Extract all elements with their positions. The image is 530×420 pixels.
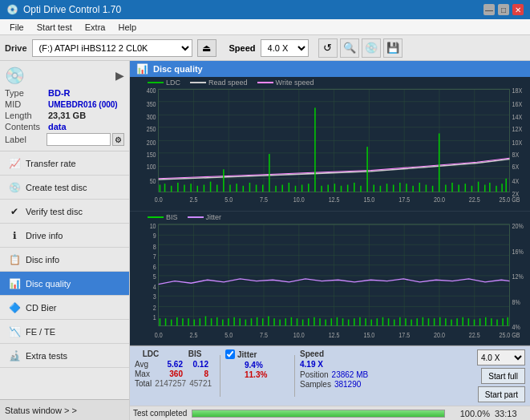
svg-rect-187 bbox=[491, 318, 492, 325]
start-full-button[interactable]: Start full bbox=[481, 368, 525, 384]
length-value: 23,31 GB bbox=[48, 111, 86, 120]
titlebar-controls: — □ ✕ bbox=[483, 4, 524, 15]
menu-extra[interactable]: Extra bbox=[79, 21, 112, 34]
menu-start-test[interactable]: Start test bbox=[30, 21, 79, 34]
svg-rect-182 bbox=[462, 317, 463, 325]
sidebar-menu: 📈 Transfer rate 💿 Create test disc ✔ Ver… bbox=[0, 151, 129, 399]
mid-label: MID bbox=[5, 99, 48, 109]
svg-rect-154 bbox=[302, 319, 304, 325]
svg-rect-131 bbox=[171, 319, 172, 325]
svg-rect-151 bbox=[285, 318, 286, 325]
disc-icon: 💿 bbox=[5, 66, 25, 85]
svg-rect-170 bbox=[394, 319, 395, 325]
menu-file[interactable]: File bbox=[3, 21, 30, 34]
sidebar-label-extra-tests: Extra tests bbox=[26, 351, 67, 361]
app-title: Opti Drive Control 1.70 bbox=[23, 4, 121, 15]
svg-rect-138 bbox=[211, 318, 212, 325]
svg-rect-49 bbox=[334, 184, 336, 192]
svg-text:22.5: 22.5 bbox=[469, 196, 480, 204]
sidebar-item-disc-info[interactable]: 📋 Disc info bbox=[0, 248, 129, 272]
sidebar-item-verify-test-disc[interactable]: ✔ Verify test disc bbox=[0, 200, 129, 224]
svg-text:2.5: 2.5 bbox=[189, 196, 197, 204]
sidebar-label-drive-info: Drive info bbox=[26, 231, 63, 240]
sidebar-item-cd-bier[interactable]: 🔷 CD Bier bbox=[0, 296, 129, 320]
svg-rect-186 bbox=[485, 317, 487, 325]
svg-rect-166 bbox=[370, 319, 372, 325]
sidebar-item-fe-te[interactable]: 📉 FE / TE bbox=[0, 320, 129, 344]
svg-rect-70 bbox=[471, 186, 473, 192]
svg-text:350: 350 bbox=[147, 100, 156, 108]
speed-select-stats[interactable]: 4.0 X bbox=[477, 349, 525, 365]
svg-text:5.0: 5.0 bbox=[225, 196, 233, 204]
svg-rect-155 bbox=[308, 318, 310, 325]
svg-rect-24 bbox=[171, 186, 172, 192]
start-part-button[interactable]: Start part bbox=[478, 386, 525, 402]
svg-text:5.0: 5.0 bbox=[225, 330, 233, 339]
svg-text:12X: 12X bbox=[512, 125, 523, 133]
scan-button[interactable]: 🔍 bbox=[340, 38, 359, 58]
disc-info-icon: 📋 bbox=[8, 253, 21, 266]
svg-rect-143 bbox=[239, 318, 241, 325]
svg-rect-53 bbox=[360, 186, 362, 192]
svg-text:17.5: 17.5 bbox=[399, 330, 410, 339]
refresh-button[interactable]: ↺ bbox=[318, 38, 338, 58]
speed-select[interactable]: 4.0 X bbox=[261, 39, 309, 57]
svg-rect-30 bbox=[210, 182, 212, 192]
progress-percent: 100.0% bbox=[450, 409, 490, 418]
svg-rect-47 bbox=[321, 186, 322, 192]
svg-rect-145 bbox=[251, 318, 253, 325]
samples-value: 381290 bbox=[334, 380, 361, 389]
svg-text:250: 250 bbox=[147, 125, 156, 133]
close-button[interactable]: ✕ bbox=[512, 4, 524, 15]
avg-ldc: 5.62 bbox=[154, 360, 183, 369]
svg-rect-39 bbox=[269, 154, 270, 192]
chart2-container: BIS Jitter bbox=[130, 212, 530, 346]
svg-text:7: 7 bbox=[153, 251, 156, 260]
eject-button[interactable]: ⏏ bbox=[197, 39, 216, 57]
fe-te-icon: 📉 bbox=[8, 325, 21, 338]
svg-text:14X: 14X bbox=[512, 113, 523, 121]
ldc-header: LDC bbox=[135, 349, 167, 358]
jitter-checkbox[interactable] bbox=[225, 349, 235, 359]
svg-rect-162 bbox=[348, 319, 350, 325]
label-edit-button[interactable]: ⚙ bbox=[112, 133, 124, 146]
label-input[interactable] bbox=[47, 133, 111, 146]
menu-help[interactable]: Help bbox=[111, 21, 143, 34]
disc-nav-arrow[interactable]: ▶ bbox=[115, 69, 124, 82]
length-label: Length bbox=[5, 111, 48, 120]
sidebar-label-create-test-disc: Create test disc bbox=[26, 183, 87, 192]
svg-rect-181 bbox=[456, 318, 458, 325]
toolbar-icons: ↺ 🔍 💿 💾 bbox=[318, 38, 403, 58]
maximize-button[interactable]: □ bbox=[498, 4, 509, 15]
svg-rect-73 bbox=[489, 183, 491, 192]
svg-rect-132 bbox=[176, 317, 178, 325]
svg-text:12%: 12% bbox=[512, 271, 524, 280]
sidebar-item-extra-tests[interactable]: 🔬 Extra tests bbox=[0, 344, 129, 368]
svg-rect-147 bbox=[262, 318, 264, 325]
svg-rect-46 bbox=[314, 107, 316, 192]
svg-rect-184 bbox=[474, 319, 475, 325]
svg-rect-76 bbox=[505, 179, 507, 192]
disc-button[interactable]: 💿 bbox=[362, 38, 381, 58]
sidebar-item-disc-quality[interactable]: 📊 Disc quality bbox=[0, 272, 129, 296]
status-window[interactable]: Status window > > bbox=[0, 399, 129, 420]
minimize-button[interactable]: — bbox=[483, 4, 495, 15]
svg-text:12.5: 12.5 bbox=[329, 330, 340, 339]
svg-rect-130 bbox=[165, 318, 167, 325]
sidebar-item-drive-info[interactable]: ℹ Drive info bbox=[0, 224, 129, 248]
drive-select[interactable]: (F:) ATAPI iHBS112 2 CL0K bbox=[32, 39, 192, 57]
max-label: Max bbox=[135, 370, 151, 378]
jitter-header: Jitter bbox=[237, 350, 257, 359]
chart2-svg: 10 9 8 7 6 5 4 3 2 1 20% 16% 12% 8% 4% bbox=[130, 212, 530, 345]
sidebar-item-create-test-disc[interactable]: 💿 Create test disc bbox=[0, 176, 129, 200]
sidebar-item-transfer-rate[interactable]: 📈 Transfer rate bbox=[0, 151, 129, 176]
svg-rect-133 bbox=[182, 318, 184, 325]
bis-header: BIS bbox=[183, 349, 207, 358]
svg-rect-152 bbox=[291, 317, 293, 325]
svg-rect-32 bbox=[223, 169, 225, 192]
content-area: 📊 Disc quality LDC Read speed bbox=[130, 61, 530, 420]
svg-rect-141 bbox=[228, 318, 229, 325]
svg-text:0.0: 0.0 bbox=[155, 330, 163, 339]
save-button[interactable]: 💾 bbox=[383, 38, 403, 58]
svg-rect-139 bbox=[216, 317, 218, 325]
